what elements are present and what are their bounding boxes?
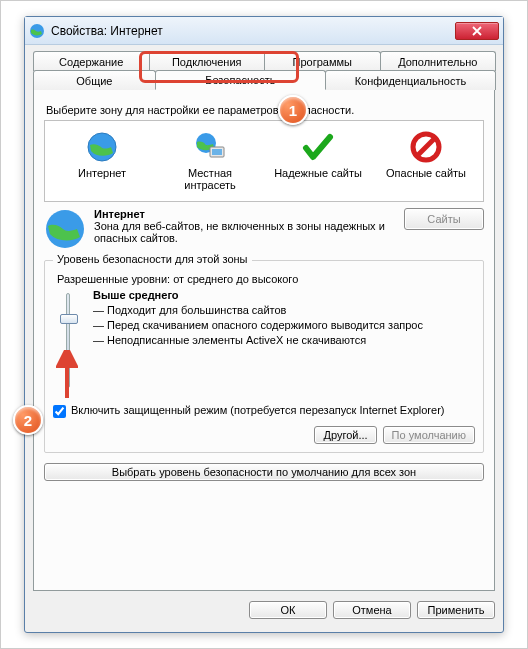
level-name: Выше среднего [93,289,475,301]
window-title: Свойства: Интернет [51,24,455,38]
level-detail: — Неподписанные элементы ActiveX не скач… [93,333,475,348]
slider-track [66,293,70,388]
tab-label: Общие [76,75,112,87]
button-label: По умолчанию [392,429,466,441]
tab-advanced[interactable]: Дополнительно [380,51,497,71]
globe-monitor-icon [194,131,226,163]
zone-description-row: Интернет Зона для веб-сайтов, не включен… [44,208,484,250]
allowed-levels: Разрешенные уровни: от среднего до высок… [57,273,475,285]
checkmark-icon [302,131,334,163]
tab-area: Содержание Подключения Программы Дополни… [25,45,503,591]
tab-connections[interactable]: Подключения [149,51,266,71]
button-label: Отмена [352,604,391,616]
globe-large-icon [44,208,86,250]
tab-general[interactable]: Общие [33,70,156,90]
tab-label: Дополнительно [398,56,477,68]
level-detail: — Подходит для большинства сайтов [93,303,475,318]
cancel-button[interactable]: Отмена [333,601,411,619]
close-icon [472,26,482,36]
protected-mode-label: Включить защищенный режим (потребуется п… [71,404,444,416]
tab-label: Содержание [59,56,123,68]
security-level-slider[interactable] [53,289,83,396]
tab-content[interactable]: Содержание [33,51,150,71]
protected-mode-row[interactable]: Включить защищенный режим (потребуется п… [53,404,475,418]
titlebar[interactable]: Свойства: Интернет [25,17,503,45]
zone-trusted[interactable]: Надежные сайты [267,129,369,193]
button-label: Другой... [323,429,367,441]
zone-label: Интернет [78,167,126,179]
tab-label: Безопасность [205,74,275,86]
button-label: ОК [281,604,296,616]
protected-mode-checkbox[interactable] [53,405,66,418]
reset-all-zones-button[interactable]: Выбрать уровень безопасности по умолчани… [44,463,484,481]
internet-options-icon [29,23,45,39]
security-panel: Выберите зону для настройки ее параметро… [33,89,495,591]
svg-line-7 [417,138,435,156]
zone-prompt: Выберите зону для настройки ее параметро… [46,104,482,116]
default-level-button[interactable]: По умолчанию [383,426,475,444]
dialog-window: Свойства: Интернет Содержание Подключени… [24,16,504,633]
button-label: Сайты [427,213,460,225]
slider-thumb[interactable] [60,314,78,324]
security-level-group: Уровень безопасности для этой зоны Разре… [44,260,484,453]
zone-intranet[interactable]: Местная интрасеть [159,129,261,193]
close-button[interactable] [455,22,499,40]
tab-privacy[interactable]: Конфиденциальность [325,70,496,90]
globe-icon [86,131,118,163]
tab-label: Подключения [172,56,242,68]
dialog-buttons: ОК Отмена Применить [25,591,503,629]
ok-button[interactable]: ОК [249,601,327,619]
level-detail: — Перед скачиванием опасного содержимого… [93,318,475,333]
custom-level-button[interactable]: Другой... [314,426,376,444]
zone-label: Опасные сайты [386,167,466,179]
group-title: Уровень безопасности для этой зоны [53,253,252,265]
zone-label: Местная интрасеть [161,167,259,191]
zone-list: Интернет Местная интрасеть Надежные сайт… [44,120,484,202]
button-label: Выбрать уровень безопасности по умолчани… [112,466,416,478]
zone-desc-title: Интернет [94,208,396,220]
svg-rect-5 [212,149,222,155]
zone-restricted[interactable]: Опасные сайты [375,129,477,193]
zone-label: Надежные сайты [274,167,362,179]
sites-button[interactable]: Сайты [404,208,484,230]
zone-internet[interactable]: Интернет [51,129,153,193]
forbidden-icon [410,131,442,163]
tab-security[interactable]: Безопасность [155,70,326,90]
zone-desc-text: Зона для веб-сайтов, не включенных в зон… [94,220,396,244]
apply-button[interactable]: Применить [417,601,495,619]
tab-programs[interactable]: Программы [264,51,381,71]
tab-label: Конфиденциальность [355,75,467,87]
button-label: Применить [428,604,485,616]
tab-label: Программы [293,56,352,68]
